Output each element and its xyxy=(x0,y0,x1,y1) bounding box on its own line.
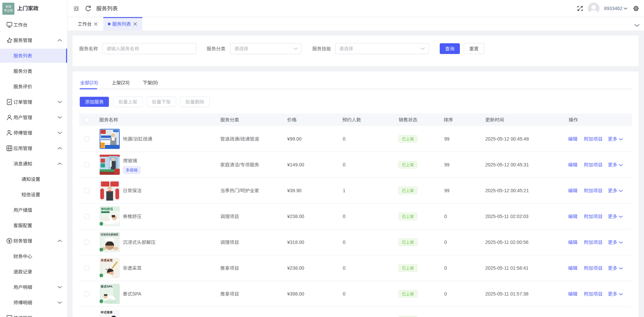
svg-text:2025-05-12 00:45:21: 2025-05-12 00:45:21 xyxy=(485,188,529,193)
svg-text:/: / xyxy=(132,136,133,142)
svg-text:(0): (0) xyxy=(152,80,158,85)
svg-text:2025-05-11 01:57:38: 2025-05-11 01:57:38 xyxy=(485,291,529,297)
svg-text:0: 0 xyxy=(343,214,345,219)
svg-text:99: 99 xyxy=(444,162,450,167)
svg-text:/: / xyxy=(239,162,240,167)
svg-text:¥238.00: ¥238.00 xyxy=(287,214,304,219)
svg-text:0: 0 xyxy=(343,136,345,142)
svg-text:2025-05-11 02:00:56: 2025-05-11 02:00:56 xyxy=(485,240,529,245)
svg-text:¥99.00: ¥99.00 xyxy=(287,136,302,142)
svg-text:¥39.90: ¥39.90 xyxy=(287,188,302,193)
svg-text:SPA: SPA xyxy=(107,285,113,288)
svg-text:0: 0 xyxy=(343,265,345,271)
svg-text:¥149.00: ¥149.00 xyxy=(287,162,304,167)
svg-text:99: 99 xyxy=(444,136,450,142)
svg-text:0: 0 xyxy=(444,291,447,297)
svg-text:0: 0 xyxy=(444,240,447,245)
svg-text:/: / xyxy=(239,136,240,142)
svg-text:99: 99 xyxy=(444,188,450,193)
svg-text:SPA: SPA xyxy=(132,291,142,297)
svg-text:0: 0 xyxy=(444,214,447,219)
svg-text:¥318.00: ¥318.00 xyxy=(287,240,304,245)
svg-text:2025-05-12 00:45:48: 2025-05-12 00:45:48 xyxy=(485,136,529,142)
svg-text:(23): (23) xyxy=(90,80,98,85)
svg-text:2025-05-11 01:58:41: 2025-05-11 01:58:41 xyxy=(485,265,529,271)
svg-text:0: 0 xyxy=(343,162,345,167)
svg-text:¥398.00: ¥398.00 xyxy=(287,291,304,297)
svg-text:0: 0 xyxy=(444,265,447,271)
svg-text:0: 0 xyxy=(343,240,345,245)
svg-text:8933462: 8933462 xyxy=(604,6,623,11)
svg-text:1: 1 xyxy=(343,188,345,193)
svg-text:(23): (23) xyxy=(121,80,129,85)
svg-text:/: / xyxy=(239,188,240,193)
svg-text:0: 0 xyxy=(343,291,345,297)
svg-text:2025-05-11 02:02:03: 2025-05-11 02:02:03 xyxy=(485,214,529,219)
svg-text:2025-05-12 00:45:31: 2025-05-12 00:45:31 xyxy=(485,162,529,167)
svg-text:¥238.00: ¥238.00 xyxy=(287,265,304,271)
